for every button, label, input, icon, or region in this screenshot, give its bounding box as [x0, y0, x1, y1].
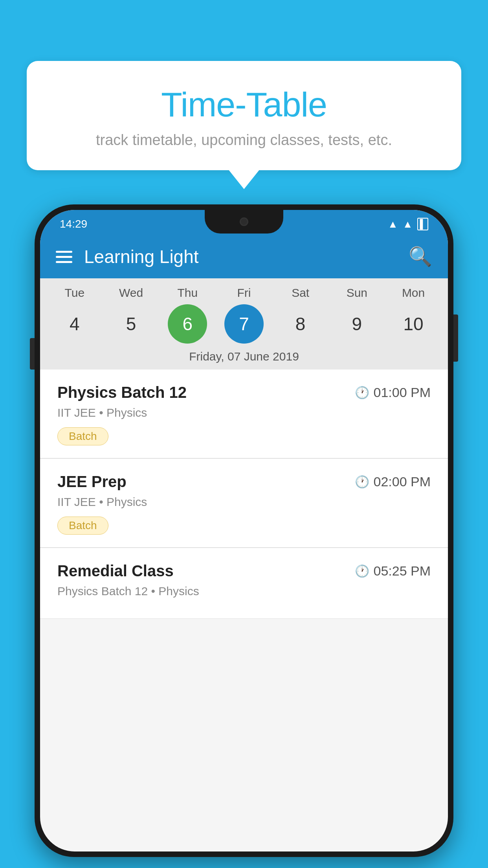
batch-badge-2: Batch [57, 517, 108, 535]
day-10[interactable]: 10 [394, 304, 433, 344]
day-label-tue: Tue [55, 286, 94, 300]
class-time-1: 🕐 01:00 PM [355, 385, 431, 400]
menu-line-3 [56, 261, 72, 263]
class-time-3: 🕐 05:25 PM [355, 563, 431, 579]
phone-screen: 14:29 ▲ ▲ ▌ Learning Light 🔍 [40, 210, 448, 851]
day-9[interactable]: 9 [337, 304, 376, 344]
card-header-3: Remedial Class 🕐 05:25 PM [57, 562, 431, 580]
camera [240, 217, 248, 226]
selected-date-label: Friday, 07 June 2019 [40, 350, 448, 370]
class-name-3: Remedial Class [57, 562, 174, 580]
class-meta-2: IIT JEE • Physics [57, 495, 431, 509]
class-time-2: 🕐 02:00 PM [355, 474, 431, 489]
phone-outer: 14:29 ▲ ▲ ▌ Learning Light 🔍 [35, 204, 453, 857]
search-icon[interactable]: 🔍 [409, 246, 432, 268]
batch-badge-1: Batch [57, 427, 108, 445]
day-label-sun: Sun [337, 286, 376, 300]
time-text-2: 02:00 PM [373, 474, 431, 489]
wifi-icon: ▲ [388, 218, 398, 230]
day-7-selected[interactable]: 7 [224, 304, 264, 344]
class-card-3[interactable]: Remedial Class 🕐 05:25 PM Physics Batch … [40, 548, 448, 619]
notch [205, 210, 283, 234]
day-label-thu: Thu [168, 286, 207, 300]
day-5[interactable]: 5 [112, 304, 151, 344]
bubble-title: Time-Table [46, 85, 442, 125]
class-meta-1: IIT JEE • Physics [57, 406, 431, 419]
menu-line-2 [56, 256, 72, 258]
day-labels: Tue Wed Thu Fri Sat Sun Mon [40, 286, 448, 304]
clock-icon-1: 🕐 [355, 386, 369, 399]
speech-bubble: Time-Table track timetable, upcoming cla… [27, 61, 461, 170]
calendar-header: Tue Wed Thu Fri Sat Sun Mon 4 5 6 7 8 9 … [40, 278, 448, 370]
day-4[interactable]: 4 [55, 304, 94, 344]
phone-wrapper: 14:29 ▲ ▲ ▌ Learning Light 🔍 [35, 204, 453, 857]
app-bar: Learning Light 🔍 [40, 235, 448, 278]
clock-icon-2: 🕐 [355, 475, 369, 489]
day-label-sat: Sat [281, 286, 320, 300]
class-name-2: JEE Prep [57, 473, 127, 491]
day-8[interactable]: 8 [281, 304, 320, 344]
class-name-1: Physics Batch 12 [57, 384, 187, 401]
menu-line-1 [56, 251, 72, 253]
menu-icon[interactable] [56, 251, 72, 263]
content-area: Physics Batch 12 🕐 01:00 PM IIT JEE • Ph… [40, 370, 448, 619]
app-title: Learning Light [84, 246, 409, 267]
day-label-mon: Mon [394, 286, 433, 300]
day-label-fri: Fri [224, 286, 264, 300]
time-text-1: 01:00 PM [373, 385, 431, 400]
battery-icon: ▌ [417, 218, 428, 230]
day-6-today[interactable]: 6 [168, 304, 207, 344]
status-icons: ▲ ▲ ▌ [388, 218, 428, 230]
clock-icon-3: 🕐 [355, 564, 369, 578]
class-card-2[interactable]: JEE Prep 🕐 02:00 PM IIT JEE • Physics Ba… [40, 459, 448, 548]
class-meta-3: Physics Batch 12 • Physics [57, 585, 431, 598]
day-label-wed: Wed [112, 286, 151, 300]
day-numbers: 4 5 6 7 8 9 10 [40, 304, 448, 350]
bubble-subtitle: track timetable, upcoming classes, tests… [46, 132, 442, 149]
card-header-1: Physics Batch 12 🕐 01:00 PM [57, 384, 431, 401]
class-card-1[interactable]: Physics Batch 12 🕐 01:00 PM IIT JEE • Ph… [40, 370, 448, 458]
time-text-3: 05:25 PM [373, 563, 431, 579]
signal-icon: ▲ [403, 218, 413, 230]
card-header-2: JEE Prep 🕐 02:00 PM [57, 473, 431, 491]
